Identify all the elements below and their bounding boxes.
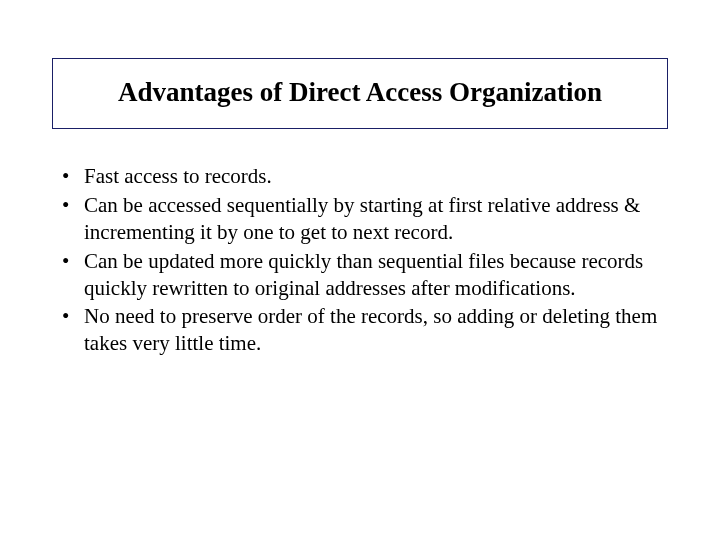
title-box: Advantages of Direct Access Organization (52, 58, 668, 129)
slide-title: Advantages of Direct Access Organization (63, 77, 657, 108)
bullet-list: Fast access to records. Can be accessed … (56, 163, 664, 357)
slide: Advantages of Direct Access Organization… (0, 58, 720, 540)
list-item: Fast access to records. (56, 163, 664, 190)
list-item: Can be accessed sequentially by starting… (56, 192, 664, 246)
list-item: Can be updated more quickly than sequent… (56, 248, 664, 302)
list-item: No need to preserve order of the records… (56, 303, 664, 357)
slide-body: Fast access to records. Can be accessed … (56, 163, 664, 357)
